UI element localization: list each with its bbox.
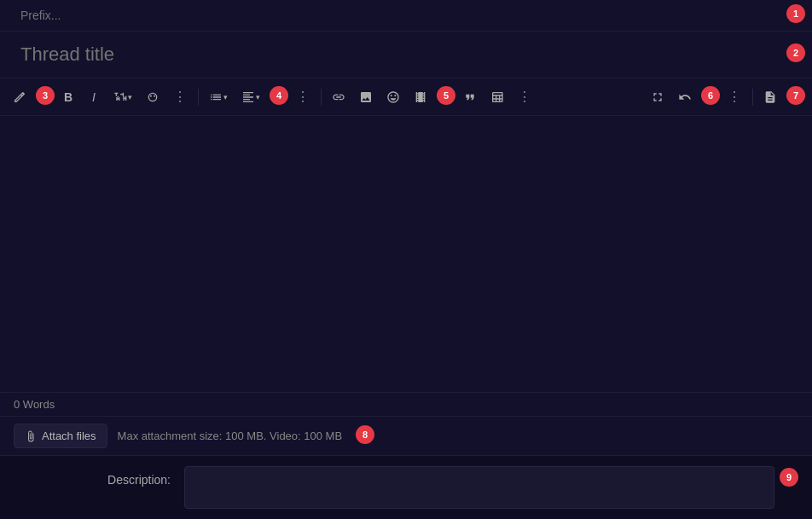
thread-title-input[interactable] <box>7 32 783 78</box>
list-icon <box>209 90 223 104</box>
toolbar: 3 B I ▾ <box>0 78 812 116</box>
badge-8: 8 <box>356 425 374 444</box>
list-arrow: ▾ <box>223 93 228 101</box>
special-char-button[interactable] <box>140 85 165 109</box>
prefix-row: 1 <box>0 0 812 32</box>
bold-button[interactable]: B <box>56 85 80 109</box>
link-button[interactable] <box>326 85 351 109</box>
description-input[interactable] <box>184 466 774 509</box>
special-char-icon <box>146 90 160 104</box>
badge-9: 9 <box>780 468 798 487</box>
text-style-arrow: ▾ <box>128 93 132 101</box>
align-arrow: ▾ <box>256 93 260 101</box>
list-button[interactable]: ▾ <box>203 85 234 109</box>
preview-icon <box>763 90 777 104</box>
separator-2 <box>321 89 322 106</box>
dots-icon-4: ⋮ <box>728 89 742 105</box>
italic-label: I <box>92 90 96 104</box>
more-button-3[interactable]: ⋮ <box>512 85 538 109</box>
media-icon <box>414 90 427 104</box>
emoji-icon <box>386 90 400 104</box>
table-icon <box>490 90 504 104</box>
bold-label: B <box>64 90 72 104</box>
description-row: Description: 9 <box>0 456 812 519</box>
more-button-4[interactable]: ⋮ <box>722 85 748 109</box>
emoji-button[interactable] <box>380 85 406 109</box>
align-button[interactable]: ▾ <box>235 85 266 109</box>
attach-files-label: Attach files <box>42 430 96 442</box>
word-count-text: 0 Words <box>14 398 55 411</box>
italic-button[interactable]: I <box>82 85 106 109</box>
dots-icon-2: ⋮ <box>296 89 310 105</box>
eraser-button[interactable] <box>7 85 32 109</box>
link-icon <box>332 90 345 104</box>
quote-icon <box>463 90 477 104</box>
fullscreen-button[interactable] <box>645 85 670 109</box>
badge-3: 3 <box>36 86 55 105</box>
attach-bar: Attach files Max attachment size: 100 MB… <box>0 417 812 456</box>
dots-icon-1: ⋮ <box>173 89 188 105</box>
undo-icon <box>678 90 692 104</box>
description-label: Description: <box>14 466 184 487</box>
image-icon <box>359 90 373 104</box>
paperclip-icon <box>25 430 37 442</box>
badge-6: 6 <box>701 86 720 105</box>
text-style-button[interactable]: ▾ <box>107 85 138 109</box>
editor-container: 3 B I ▾ <box>0 78 812 393</box>
editor-body[interactable] <box>0 116 812 392</box>
table-button[interactable] <box>484 85 510 109</box>
dots-icon-3: ⋮ <box>518 89 532 105</box>
text-style-icon <box>113 90 127 104</box>
more-button-2[interactable]: ⋮ <box>290 85 316 109</box>
badge-5: 5 <box>437 86 455 105</box>
quote-button[interactable] <box>457 85 483 109</box>
media-button[interactable] <box>408 85 433 109</box>
more-button-1[interactable]: ⋮ <box>167 85 194 109</box>
undo-button[interactable] <box>672 85 698 109</box>
align-icon <box>241 90 255 104</box>
prefix-input[interactable] <box>7 0 783 31</box>
badge-4: 4 <box>270 86 288 105</box>
badge-7: 7 <box>786 86 805 105</box>
separator-3 <box>752 89 753 106</box>
thread-title-row: 2 <box>0 32 812 78</box>
word-count-bar: 0 Words <box>0 393 812 417</box>
badge-1: 1 <box>786 4 805 23</box>
fullscreen-icon <box>651 90 664 104</box>
badge-2: 2 <box>786 43 805 62</box>
main-container: 1 2 3 B <box>0 0 812 519</box>
eraser-icon <box>13 90 26 104</box>
attach-info-text: Max attachment size: 100 MB. Video: 100 … <box>118 430 343 442</box>
attach-files-button[interactable]: Attach files <box>14 424 107 448</box>
preview-button[interactable] <box>757 85 783 109</box>
separator-1 <box>198 89 199 106</box>
image-button[interactable] <box>353 85 379 109</box>
